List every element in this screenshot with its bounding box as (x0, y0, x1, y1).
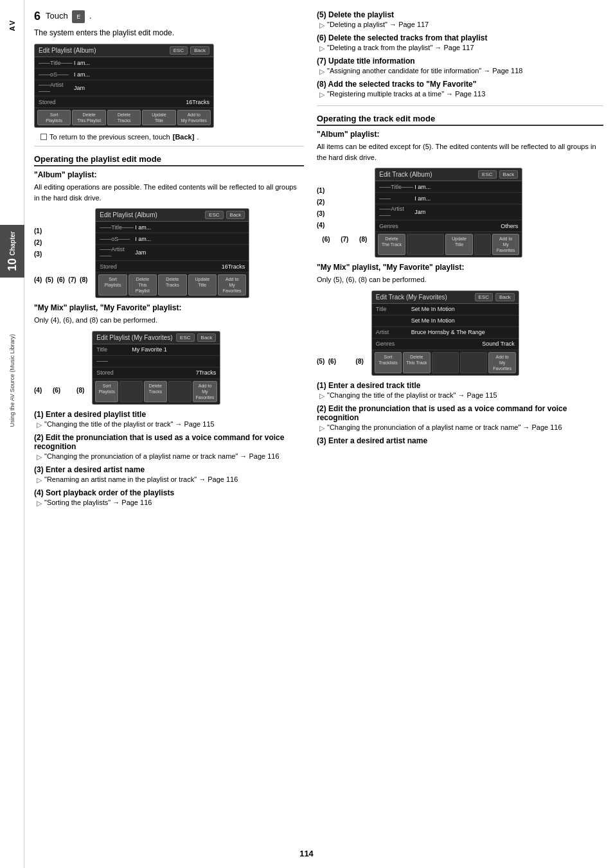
fav-empty-btn (120, 381, 143, 402)
esc-btn2[interactable]: ESC (205, 211, 223, 219)
track-mymix-heading: "My Mix" playlist, "My Favorite" playlis… (317, 263, 603, 272)
mymix-heading: "My Mix" playlist, "My Favorite" playlis… (34, 303, 304, 312)
myfav-track-footer: (5) (6) (8) (317, 353, 364, 370)
myfav-track-labeled: (5) (6) (8) Edit Track (My Favorites) ES… (317, 290, 603, 376)
arrow-sym-4: ▷ (37, 499, 42, 508)
item-r2: (2) Edit the pronunciation that is used … (317, 404, 603, 432)
track-screen-footer: DeleteThe Track UpdateTitle Add toMy Fav… (375, 232, 522, 257)
myfav-track-screen: Edit Track (My Favorites) ESC Back Title… (371, 290, 519, 376)
track-back-btn[interactable]: Back (499, 170, 519, 179)
arrow-sym-6: ▷ (319, 44, 324, 53)
myfav-track-footer: SortTracklists DeleteThis Track Add toMy… (372, 350, 519, 375)
myfav-row-labels: (4) (6) (8) (34, 348, 84, 399)
sort-btn[interactable]: SortPlaylists (37, 110, 71, 125)
arrow-r2: ▷ (319, 424, 324, 432)
myfav-track-row-artist: Artist Bruce Hornsby & The Range (372, 327, 519, 339)
myfav-track-labels: (5) (6) (8) (317, 307, 364, 370)
del-this-track-btn[interactable]: DeleteThis Track (403, 352, 430, 373)
update-title-track-btn[interactable]: UpdateTitle (445, 234, 472, 255)
add-fav-btn2[interactable]: Add toMy Favorites (218, 274, 246, 296)
fav-esc-btn[interactable]: ESC (176, 333, 194, 342)
fav-footer-labels: (4) (6) (8) (34, 382, 84, 399)
esc-button[interactable]: ESC (170, 46, 188, 55)
fav-row-stored: Stored 7Tracks (93, 368, 220, 379)
myfav-track-empty (432, 352, 459, 373)
fav-sort-btn[interactable]: SortPlaylists (95, 381, 118, 402)
fav-add-btn[interactable]: Add toMy Favorites (193, 381, 218, 402)
sort-btn2[interactable]: SortPlaylists (98, 274, 127, 296)
item-r3: (3) Enter a desired artist name (317, 436, 603, 445)
step-desc: The system enters the playlist edit mode… (34, 28, 304, 37)
track-row-artist: ——Artist—— Jam (375, 204, 522, 220)
myfav-screen: Edit Playlist (My Favorites) ESC Back Ti… (92, 331, 220, 405)
sort-tracklists-btn[interactable]: SortTracklists (375, 352, 402, 373)
delete-plist-btn2[interactable]: DeleteThis Playlist (129, 274, 157, 296)
track-label-4: (4) (317, 219, 367, 231)
items-list-left: (1) Enter a desired playlist title ▷ "Ch… (34, 410, 304, 508)
item-5-desc: ▷ "Deleting a playlist" → Page 117 (319, 21, 603, 30)
myfav-add-fav-btn[interactable]: Add toMy Favorites (488, 352, 515, 373)
item-8-title: (8) Add the selected tracks to "My Favor… (317, 80, 603, 89)
album-playlist-desc: All editing operations are possible. The… (34, 182, 304, 203)
left-column: 6 Touch E . The system enters the playli… (34, 6, 304, 862)
back-button[interactable]: Back (190, 46, 209, 55)
screen-header: Edit Playlist (Album) ESC Back (35, 44, 213, 57)
back-btn2[interactable]: Back (226, 211, 245, 219)
track-screen-title: Edit Track (Album) (379, 171, 432, 178)
item-6-desc: ▷ "Deleting a track from the playlist" →… (319, 44, 603, 53)
item-r2-desc: ▷ "Changing the pronunciation of a playl… (319, 423, 603, 432)
del-track-btn[interactable]: DeleteThe Track (378, 234, 405, 255)
fav-del-btn[interactable]: DeleteTracks (144, 381, 167, 402)
track-label-2: (2) (317, 196, 367, 208)
update-title-btn2[interactable]: UpdateTitle (188, 274, 217, 296)
screen-header-buttons: ESC Back (170, 46, 209, 55)
arrow-sym-7: ▷ (319, 67, 324, 76)
add-fav-track-btn[interactable]: Add toMy Favorites (492, 234, 519, 255)
track-edit-screen: Edit Track (Album) ESC Back ——Title—— I … (375, 168, 522, 258)
track-esc-btn[interactable]: ESC (478, 170, 496, 179)
right-column: (5) Delete the playlist ▷ "Deleting a pl… (317, 6, 603, 862)
right-section-items: (5) Delete the playlist ▷ "Deleting a pl… (317, 10, 603, 99)
track-edit-heading: Operating the track edit mode (317, 114, 603, 126)
add-to-fav-btn[interactable]: Add toMy Favorites (177, 110, 211, 125)
myfav-track-esc[interactable]: ESC (475, 293, 493, 301)
track-diagram: (1) (2) (3) (4) (6) (7) (8) Edit Track (… (317, 168, 603, 258)
row-stored2: Stored 16Tracks (96, 261, 249, 272)
track-label-3: (3) (317, 208, 367, 219)
item-5: (5) Delete the playlist ▷ "Deleting a pl… (317, 10, 603, 30)
delete-tracks-btn[interactable]: DeleteTracks (107, 110, 141, 125)
screen-footer: SortPlaylists DeleteThis Playlist Delete… (35, 108, 213, 127)
myfav-track-back[interactable]: Back (495, 293, 515, 301)
labeled-playlist-diagram: (1) (2) (3) (4) (5) (6) (7) (8) Edit Pla… (34, 208, 304, 298)
step-number: 6 (34, 10, 40, 23)
item-4-desc: ▷ "Sorting the playlists" → Page 116 (37, 499, 304, 508)
item-8-desc: ▷ "Registering multiple tracks at a time… (319, 90, 603, 99)
myfav-track-row-genres: Genres Sound Track (372, 339, 519, 350)
item-r1: (1) Enter a desired track title ▷ "Chang… (317, 381, 603, 400)
fav-label-dash (34, 359, 84, 371)
item-2-title: (2) Edit the pronunciation that is used … (34, 433, 304, 451)
track-row-title: ——Title—— I am... (375, 181, 522, 193)
delete-playlist-btn[interactable]: DeleteThis Playlist (72, 110, 105, 125)
fav-back-btn[interactable]: Back (197, 333, 217, 342)
item-5-title: (5) Delete the playlist (317, 10, 603, 19)
touch-icon[interactable]: E (72, 10, 85, 23)
item-r3-title: (3) Enter a desired artist name (317, 436, 603, 445)
track-screen-header: Edit Track (Album) ESC Back (375, 168, 522, 181)
fav-screen-header: Edit Playlist (My Favorites) ESC Back (93, 332, 220, 344)
myfav-track-row3 (317, 330, 364, 342)
myfav-labeled-screen: (4) (6) (8) Edit Playlist (My Favorites)… (34, 331, 304, 405)
del-tracks-btn2[interactable]: DeleteTracks (158, 274, 186, 296)
item-1: (1) Enter a desired playlist title ▷ "Ch… (34, 410, 304, 429)
screen-header2: Edit Playlist (Album) ESC Back (96, 209, 249, 222)
update-title-btn[interactable]: UpdateTitle (142, 110, 175, 125)
track-footer-labels: (6) (7) (8) (317, 231, 367, 247)
chapter-number: 10 (6, 258, 19, 271)
row-labels: (1) (2) (3) (4) (5) (6) (7) (8) (34, 225, 87, 288)
item-7-desc: ▷ "Assigning another candidate for title… (319, 67, 603, 76)
label-4: (4) (5) (6) (7) (8) (34, 271, 87, 288)
sidebar-using-text: Using the AV Source (Music Library) (9, 334, 15, 427)
row-title2: ——Title—— I am... (96, 222, 249, 233)
page-number: 114 (299, 849, 314, 858)
fav-empty-btn2 (168, 381, 191, 402)
